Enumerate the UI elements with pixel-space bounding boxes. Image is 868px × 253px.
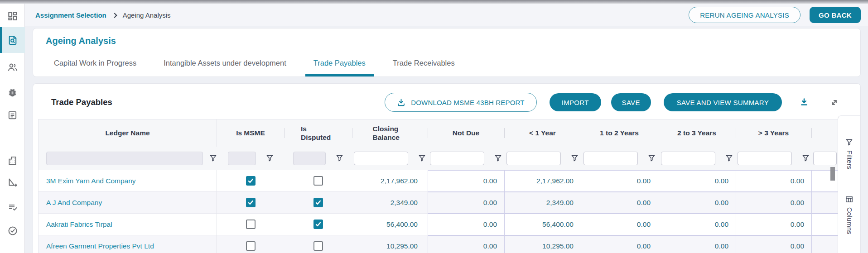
filter-funnel-button-is-disputed[interactable] <box>336 154 343 162</box>
scrollbar-thumb[interactable] <box>830 167 835 181</box>
filter-funnel-button-closing-balance[interactable] <box>418 154 426 162</box>
cell-3-years[interactable]: 0.00 <box>736 235 811 253</box>
ledger-name-link[interactable]: A J And Company <box>39 192 217 214</box>
filter-funnel-button-2-to-3-years[interactable] <box>725 154 733 162</box>
filter-input-is-msme[interactable] <box>228 152 256 165</box>
cell-not-due[interactable]: 0.00 <box>428 170 504 192</box>
save-and-view-summary-button[interactable]: SAVE AND VIEW SUMMARY <box>664 93 782 111</box>
is-msme-checkbox[interactable] <box>246 198 256 207</box>
import-button[interactable]: IMPORT <box>550 93 601 111</box>
cell-is-disputed <box>284 214 352 235</box>
download-bold-icon <box>799 97 809 107</box>
ledger-name-link[interactable]: Aakrati Fabrics Tirpal <box>39 214 217 235</box>
filter-cell-ledger-name <box>39 147 217 170</box>
sidebar-item-measure[interactable] <box>0 172 25 192</box>
column-header-label: Not Due <box>453 129 479 137</box>
columns-panel-toggle[interactable]: Columns <box>845 196 853 234</box>
is-msme-checkbox[interactable] <box>246 241 256 251</box>
check-icon <box>315 221 322 228</box>
filter-input-is-disputed[interactable] <box>293 152 326 165</box>
cell-1-year[interactable]: 10,295.00 <box>504 235 581 253</box>
filter-input-closing-balance[interactable] <box>354 152 408 165</box>
is-msme-checkbox[interactable] <box>246 176 256 186</box>
sidebar-item-building[interactable] <box>0 150 25 170</box>
save-button[interactable]: SAVE <box>611 93 651 111</box>
cell-not-due[interactable]: 0.00 <box>428 235 504 253</box>
cell-1-year[interactable]: 2,349.00 <box>504 192 581 214</box>
cell-1-year[interactable]: 56,400.00 <box>504 214 581 235</box>
filter-funnel-button-ledger-name[interactable] <box>209 154 217 162</box>
column-header-1-to-2-years: 1 to 2 Years <box>581 119 658 147</box>
sidebar-item-dashboard[interactable] <box>0 6 25 26</box>
ageing-analysis-card: Ageing Analysis Capital Work in Progress… <box>33 28 861 77</box>
filter-funnel-button-1-year[interactable] <box>571 154 579 162</box>
cell-2-to-3-years[interactable]: 0.00 <box>658 235 736 253</box>
filters-panel-toggle[interactable]: Filters <box>845 138 853 169</box>
cell-is-disputed <box>284 192 352 214</box>
download-tray-icon <box>397 98 405 107</box>
column-header-ledger-name: Ledger Name <box>39 119 217 147</box>
cell-1-to-2-years[interactable]: 0.00 <box>581 192 658 214</box>
cell-closing-balance: 10,295.00 <box>352 235 428 253</box>
cell-1-to-2-years[interactable]: 0.00 <box>581 235 658 253</box>
ledger-name-link[interactable]: Afreen Garment Properties Pvt Ltd <box>39 235 217 253</box>
is-disputed-checkbox[interactable] <box>313 241 323 251</box>
tab-trade-payables[interactable]: Trade Payables <box>305 52 374 76</box>
cell-not-due[interactable]: 0.00 <box>428 214 504 235</box>
sidebar-item-check-circle[interactable] <box>0 221 25 241</box>
cell-3-years[interactable]: 0.00 <box>736 192 811 214</box>
sidebar-item-article[interactable] <box>0 105 25 125</box>
cell-not-due[interactable]: 0.00 <box>428 192 504 214</box>
cell-1-to-2-years[interactable]: 0.00 <box>581 214 658 235</box>
vertical-scrollbar[interactable] <box>830 119 835 253</box>
cell-1-to-2-years[interactable]: 0.00 <box>581 170 658 192</box>
cell-3-years[interactable]: 0.00 <box>736 214 811 235</box>
tab-bar: Capital Work in ProgressIntangible Asset… <box>46 52 463 76</box>
cell-closing-balance: 56,400.00 <box>352 214 428 235</box>
sidebar-item-users[interactable] <box>0 57 25 77</box>
filter-cell-3-years <box>736 147 811 170</box>
download-msme-report-button[interactable]: DOWNLOAD MSME 43BH REPORT <box>385 93 537 112</box>
check-icon <box>247 177 254 184</box>
filters-label: Filters <box>846 150 853 169</box>
ledger-name-link[interactable]: 3M Exim Yarn And Company <box>39 170 217 192</box>
cell-3-years[interactable]: 0.00 <box>736 170 811 192</box>
sidebar-item-document-search[interactable] <box>0 27 25 53</box>
filter-funnel-button-not-due[interactable] <box>494 154 502 162</box>
sidebar-item-checklist[interactable] <box>0 197 25 217</box>
is-disputed-checkbox[interactable] <box>313 198 323 207</box>
filter-funnel-button-3-years[interactable] <box>802 154 810 162</box>
filter-input-1-to-2-years[interactable] <box>583 152 638 165</box>
cell-is-msme <box>217 192 284 214</box>
rerun-ageing-analysis-button[interactable]: RERUN AGEING ANALYSIS <box>689 7 800 23</box>
breadcrumb-assignment-selection[interactable]: Assignment Selection <box>35 11 106 19</box>
cell-1-year[interactable]: 2,17,962.00 <box>504 170 581 192</box>
filter-input-2-to-3-years[interactable] <box>661 152 715 165</box>
tab-capital-work-in-progress[interactable]: Capital Work in Progress <box>46 52 145 76</box>
tab-trade-receivables[interactable]: Trade Receivables <box>385 52 463 76</box>
download-grid-button[interactable] <box>799 97 809 107</box>
document-search-icon <box>7 35 18 46</box>
cell-2-to-3-years[interactable]: 0.00 <box>658 214 736 235</box>
is-msme-checkbox[interactable] <box>246 220 256 229</box>
filter-funnel-button-1-to-2-years[interactable] <box>648 154 656 162</box>
sidebar-item-bug-report[interactable] <box>0 82 25 102</box>
top-scroll-strip <box>0 0 868 4</box>
cell-2-to-3-years[interactable]: 0.00 <box>658 170 736 192</box>
filter-input-3-years[interactable] <box>738 152 792 165</box>
filter-funnel-button-is-msme[interactable] <box>266 154 274 162</box>
filter-input-not-due[interactable] <box>430 152 484 165</box>
filter-cell-1-to-2-years <box>581 147 658 170</box>
bug-report-icon <box>7 87 18 98</box>
table-row: Afreen Garment Properties Pvt Ltd10,295.… <box>39 235 838 253</box>
column-header-label: Closing Balance <box>373 124 407 142</box>
cell-is-disputed <box>284 235 352 253</box>
go-back-button[interactable]: GO BACK <box>810 7 861 23</box>
cell-2-to-3-years[interactable]: 0.00 <box>658 192 736 214</box>
expand-fullscreen-button[interactable] <box>829 97 839 108</box>
tab-intangible-assets-under-development[interactable]: Intangible Assets under development <box>155 52 294 76</box>
filter-input-1-year[interactable] <box>506 152 561 165</box>
is-disputed-checkbox[interactable] <box>313 220 323 229</box>
is-disputed-checkbox[interactable] <box>313 176 323 186</box>
filter-input-ledger-name[interactable] <box>46 152 203 165</box>
